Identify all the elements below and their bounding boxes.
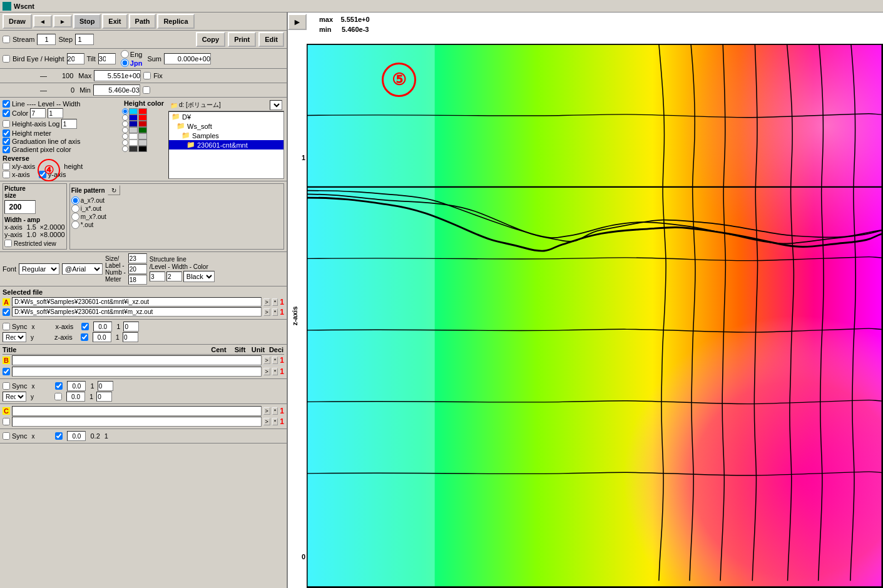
color-swatch-white2[interactable] (129, 139, 138, 146)
rect2-select[interactable]: Rect (3, 392, 26, 402)
sync-x-val[interactable] (93, 322, 112, 332)
sync2-x-check2[interactable] (55, 382, 63, 390)
b-row-gt[interactable]: > (263, 368, 270, 375)
hcolor-radio-1[interactable] (122, 108, 128, 114)
copy-button[interactable]: Copy (196, 32, 226, 47)
sync2-x-num2[interactable] (98, 381, 113, 391)
struct-level-input[interactable] (150, 271, 165, 281)
min-fix-checkbox[interactable] (143, 86, 150, 94)
stop-button[interactable]: Stop (73, 14, 101, 29)
prev-button[interactable]: ◄ (33, 15, 52, 28)
rect-select[interactable]: Rect (3, 332, 26, 342)
jpn-radio[interactable] (121, 59, 129, 67)
size-input[interactable] (128, 253, 147, 263)
hcolor-radio-5[interactable] (122, 133, 128, 139)
hcolor-radio-4[interactable] (122, 127, 128, 133)
b-row-checkbox[interactable] (3, 368, 10, 375)
hcolor-radio-7[interactable] (122, 146, 128, 152)
exit-button[interactable]: Exit (102, 14, 127, 29)
rect-check2[interactable] (81, 333, 88, 341)
fix-checkbox[interactable] (143, 72, 151, 79)
bottom-val[interactable] (67, 431, 86, 441)
sync-x-num2[interactable] (123, 322, 139, 332)
c-row-input[interactable] (12, 417, 262, 427)
file-browser-select[interactable] (270, 100, 282, 110)
eng-radio[interactable] (121, 50, 129, 58)
color-checkbox[interactable] (3, 109, 10, 117)
color-swatch-gray[interactable] (129, 127, 138, 133)
picture-size-input[interactable] (4, 200, 36, 214)
play-button[interactable]: ► (288, 14, 307, 30)
file-a-star[interactable]: * (272, 298, 278, 306)
pattern-i-radio[interactable] (71, 205, 79, 213)
print-button[interactable]: Print (228, 32, 256, 47)
hcolor-radio-3[interactable] (122, 121, 128, 127)
color-swatch-gray3[interactable] (138, 139, 147, 146)
replica-button[interactable]: Replica (157, 14, 194, 29)
b-gt[interactable]: > (263, 357, 270, 364)
b-row-input[interactable] (12, 367, 262, 377)
sync-x-check2[interactable] (81, 323, 89, 330)
sync2-x-val[interactable] (67, 381, 86, 391)
min-input[interactable] (93, 84, 140, 96)
color-swatch-dark[interactable] (129, 146, 138, 152)
file-item-d[interactable]: 📁 D¥ (169, 112, 283, 121)
color-swatch-navy[interactable] (129, 121, 138, 127)
struct-width-input[interactable] (166, 271, 182, 281)
sum-input[interactable] (164, 53, 211, 64)
edit-button[interactable]: Edit (258, 32, 284, 47)
pattern-a-radio[interactable] (71, 196, 79, 205)
height-input[interactable] (67, 53, 84, 64)
rect2-y-num2[interactable] (96, 392, 112, 402)
gradient-checkbox[interactable] (3, 146, 10, 153)
b-title-input[interactable] (12, 355, 262, 365)
numb-input[interactable] (128, 275, 147, 285)
color-swatch-red[interactable] (138, 108, 147, 114)
color-swatch-red2[interactable] (138, 114, 147, 121)
tilt-input[interactable] (98, 53, 116, 64)
rect-y-val[interactable] (93, 332, 111, 342)
line-checkbox[interactable] (3, 100, 10, 108)
sync2-x-checkbox[interactable] (3, 382, 10, 390)
color-swatch-blue[interactable] (129, 114, 138, 121)
file-b-gt[interactable]: > (263, 308, 270, 316)
path-button[interactable]: Path (129, 14, 156, 29)
color-swatch-white[interactable] (129, 133, 138, 139)
refresh-button[interactable]: ↻ (108, 185, 120, 195)
color-swatch-black[interactable] (138, 146, 147, 152)
color-width-input[interactable] (48, 108, 63, 118)
c-row-checkbox[interactable] (3, 418, 10, 425)
bird-eye-checkbox[interactable] (3, 55, 10, 63)
x-axis-checkbox[interactable] (3, 171, 10, 178)
draw-button[interactable]: Draw (3, 14, 32, 29)
color-swatch-darkred[interactable] (138, 121, 147, 127)
b-row-star[interactable]: * (272, 368, 278, 375)
label-input[interactable] (128, 264, 147, 274)
pattern-all-radio[interactable] (71, 221, 79, 229)
color-swatch-green[interactable] (138, 127, 147, 133)
next-button[interactable]: ► (53, 15, 72, 28)
restricted-checkbox[interactable] (4, 240, 12, 247)
b-star[interactable]: * (272, 357, 278, 364)
file-b-checkbox[interactable] (3, 308, 10, 316)
struct-color-select[interactable]: Black (183, 271, 215, 282)
rect2-y-val[interactable] (66, 392, 85, 402)
rect-y-num2[interactable] (123, 332, 138, 342)
file-item-wssoft[interactable]: 📁 Ws_soft (169, 121, 283, 131)
font-name-select[interactable]: @Arial (62, 263, 103, 275)
graduation-checkbox[interactable] (3, 138, 10, 145)
hcolor-radio-6[interactable] (122, 139, 128, 146)
c-row-gt[interactable]: > (263, 418, 270, 425)
stream-checkbox[interactable] (3, 36, 10, 43)
rect2-check2[interactable] (54, 393, 62, 400)
c-gt[interactable]: > (263, 407, 270, 415)
font-select[interactable]: Regular (19, 263, 59, 275)
height-axis-log-input[interactable] (61, 119, 77, 129)
bottom-sync-checkbox[interactable] (3, 432, 10, 440)
file-a-gt[interactable]: > (263, 298, 270, 306)
stream-input[interactable] (37, 34, 56, 45)
color-swatch-cyan[interactable] (129, 108, 138, 114)
step-input[interactable] (75, 34, 94, 45)
bottom-check2[interactable] (55, 432, 63, 440)
max-input[interactable] (94, 70, 141, 81)
